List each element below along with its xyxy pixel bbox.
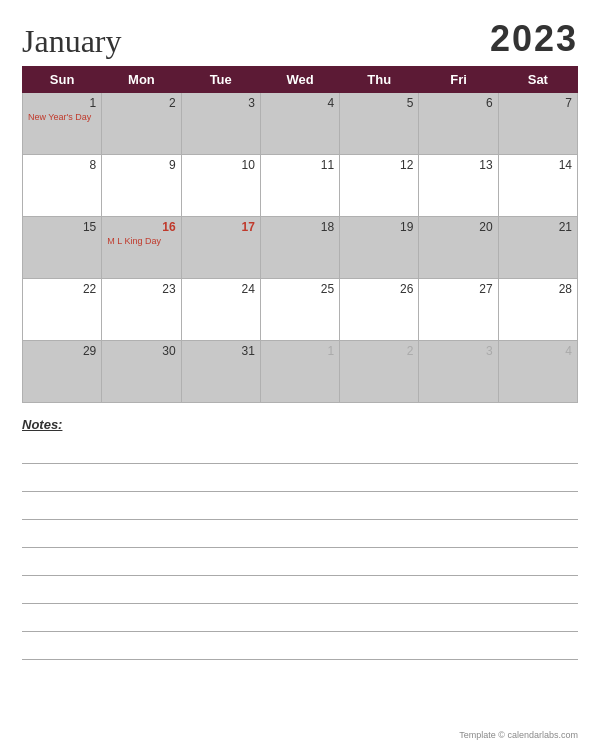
notes-line-4[interactable]: [22, 520, 578, 548]
calendar-cell: 1: [260, 341, 339, 403]
day-number: 18: [266, 220, 334, 234]
day-number: 15: [28, 220, 96, 234]
calendar-cell: 14: [498, 155, 577, 217]
calendar-cell: 15: [23, 217, 102, 279]
calendar-week-4: 22232425262728: [23, 279, 578, 341]
weekday-mon: Mon: [102, 67, 181, 93]
day-number: 10: [187, 158, 255, 172]
day-number: 4: [504, 344, 572, 358]
calendar-cell: 9: [102, 155, 181, 217]
day-number: 23: [107, 282, 175, 296]
page: January 2023 Sun Mon Tue Wed Thu Fri Sat…: [0, 0, 600, 750]
footer: Template © calendarlabs.com: [22, 730, 578, 740]
day-number: 9: [107, 158, 175, 172]
calendar-cell: 12: [340, 155, 419, 217]
calendar-cell: 17: [181, 217, 260, 279]
notes-section: Notes:: [22, 417, 578, 726]
calendar-cell: 31: [181, 341, 260, 403]
calendar-table: Sun Mon Tue Wed Thu Fri Sat 1New Year's …: [22, 66, 578, 403]
calendar-cell: 18: [260, 217, 339, 279]
weekday-wed: Wed: [260, 67, 339, 93]
calendar-cell: 21: [498, 217, 577, 279]
calendar-cell: 4: [260, 93, 339, 155]
day-number: 16: [107, 220, 175, 234]
calendar-cell: 1New Year's Day: [23, 93, 102, 155]
day-number: 12: [345, 158, 413, 172]
calendar-week-2: 891011121314: [23, 155, 578, 217]
day-number: 13: [424, 158, 492, 172]
day-number: 14: [504, 158, 572, 172]
event-new-years-day: New Year's Day: [28, 112, 96, 124]
calendar-cell: 7: [498, 93, 577, 155]
calendar-cell: 26: [340, 279, 419, 341]
day-number: 26: [345, 282, 413, 296]
calendar-week-1: 1New Year's Day234567: [23, 93, 578, 155]
calendar-cell: 5: [340, 93, 419, 155]
notes-lines: [22, 436, 578, 660]
day-number: 1: [266, 344, 334, 358]
weekday-header-row: Sun Mon Tue Wed Thu Fri Sat: [23, 67, 578, 93]
calendar-cell: 25: [260, 279, 339, 341]
calendar-week-5: 2930311234: [23, 341, 578, 403]
calendar-cell: 27: [419, 279, 498, 341]
notes-label: Notes:: [22, 417, 578, 432]
notes-line-5[interactable]: [22, 548, 578, 576]
weekday-sat: Sat: [498, 67, 577, 93]
notes-line-6[interactable]: [22, 576, 578, 604]
calendar-cell: 11: [260, 155, 339, 217]
day-number: 7: [504, 96, 572, 110]
notes-line-3[interactable]: [22, 492, 578, 520]
weekday-tue: Tue: [181, 67, 260, 93]
day-number: 31: [187, 344, 255, 358]
calendar-cell: 2: [102, 93, 181, 155]
calendar-cell: 13: [419, 155, 498, 217]
calendar-week-3: 1516M L King Day1718192021: [23, 217, 578, 279]
notes-line-1[interactable]: [22, 436, 578, 464]
calendar-cell: 2: [340, 341, 419, 403]
day-number: 22: [28, 282, 96, 296]
notes-line-8[interactable]: [22, 632, 578, 660]
calendar-cell: 6: [419, 93, 498, 155]
weekday-fri: Fri: [419, 67, 498, 93]
day-number: 11: [266, 158, 334, 172]
notes-line-7[interactable]: [22, 604, 578, 632]
day-number: 30: [107, 344, 175, 358]
calendar-cell: 3: [419, 341, 498, 403]
day-number: 20: [424, 220, 492, 234]
calendar-cell: 23: [102, 279, 181, 341]
day-number: 3: [424, 344, 492, 358]
day-number: 17: [187, 220, 255, 234]
day-number: 27: [424, 282, 492, 296]
calendar-cell: 19: [340, 217, 419, 279]
calendar-cell: 30: [102, 341, 181, 403]
weekday-thu: Thu: [340, 67, 419, 93]
day-number: 2: [345, 344, 413, 358]
calendar-cell: 10: [181, 155, 260, 217]
event-mlking-day: M L King Day: [107, 236, 175, 248]
calendar-cell: 20: [419, 217, 498, 279]
notes-line-2[interactable]: [22, 464, 578, 492]
calendar-cell: 22: [23, 279, 102, 341]
calendar-cell: 16M L King Day: [102, 217, 181, 279]
day-number: 21: [504, 220, 572, 234]
day-number: 25: [266, 282, 334, 296]
day-number: 4: [266, 96, 334, 110]
calendar-cell: 3: [181, 93, 260, 155]
calendar-cell: 8: [23, 155, 102, 217]
weekday-sun: Sun: [23, 67, 102, 93]
day-number: 2: [107, 96, 175, 110]
day-number: 6: [424, 96, 492, 110]
calendar-cell: 29: [23, 341, 102, 403]
month-title: January: [22, 23, 122, 60]
day-number: 28: [504, 282, 572, 296]
day-number: 19: [345, 220, 413, 234]
calendar-cell: 24: [181, 279, 260, 341]
day-number: 3: [187, 96, 255, 110]
day-number: 24: [187, 282, 255, 296]
calendar-header: January 2023: [22, 18, 578, 60]
day-number: 29: [28, 344, 96, 358]
calendar-cell: 4: [498, 341, 577, 403]
calendar-cell: 28: [498, 279, 577, 341]
day-number: 5: [345, 96, 413, 110]
day-number: 8: [28, 158, 96, 172]
